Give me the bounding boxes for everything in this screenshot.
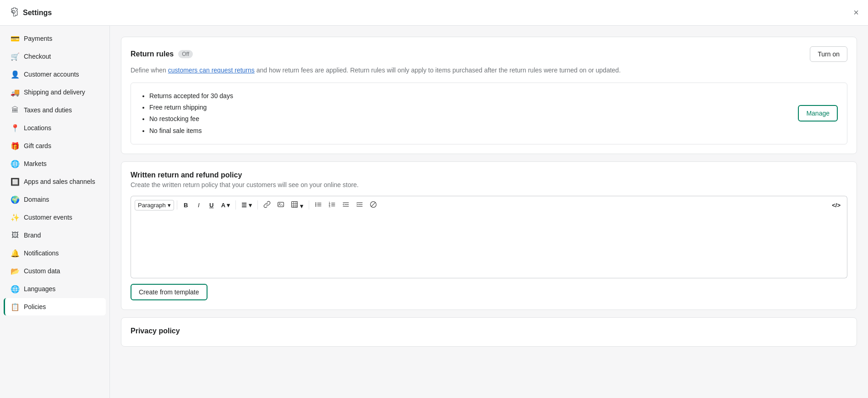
align-chevron-icon: ▾ [249,202,252,209]
settings-gear-icon [9,7,18,18]
media-icon [277,201,284,208]
main-content: Return rules Off Turn on Define when cus… [110,26,868,398]
locations-icon: 📍 [11,124,19,132]
sidebar-item-label: Payments [24,35,52,42]
svg-point-7 [315,202,316,203]
sidebar-item-label: Notifications [24,249,59,257]
return-rules-header: Return rules Off Turn on [131,46,847,62]
return-rules-description: Define when customers can request return… [131,66,847,75]
link-icon [263,201,271,208]
table-button[interactable]: ▾ [288,199,306,211]
apps-icon: 🔲 [11,177,19,186]
sidebar-item-label: Custom data [24,267,60,275]
svg-line-26 [371,202,376,207]
indent-decrease-button[interactable] [339,199,352,211]
ordered-list-button[interactable]: 1.2.3. [326,199,338,211]
sidebar-item-label: Gift cards [24,142,51,149]
sidebar-item-label: Policies [24,303,46,310]
sidebar-item-label: Customer accounts [24,71,79,78]
align-button[interactable]: ☰ ▾ [239,200,255,210]
return-rules-title-row: Return rules Off [131,50,193,58]
privacy-policy-title: Privacy policy [131,327,847,335]
manage-button[interactable]: Manage [798,105,838,122]
sidebar-item-checkout[interactable]: 🛒 Checkout [4,48,106,65]
toolbar-divider-3 [257,200,258,210]
indent-increase-button[interactable] [353,199,366,211]
customer-events-icon: ✨ [11,213,19,221]
toolbar-divider-1 [177,200,177,210]
policy-editor[interactable] [131,214,847,278]
turn-on-button[interactable]: Turn on [810,46,847,62]
domains-icon: 🌍 [11,195,19,204]
sidebar-item-payments[interactable]: 💳 Payments [4,30,106,47]
customer-accounts-icon: 👤 [11,70,19,78]
ordered-list-icon: 1.2.3. [328,201,336,208]
sidebar-item-apps[interactable]: 🔲 Apps and sales channels [4,173,106,190]
sidebar-item-locations[interactable]: 📍 Locations [4,119,106,137]
notifications-icon: 🔔 [11,249,19,257]
sidebar-item-label: Markets [24,160,47,167]
rule-item: Returns accepted for 30 days [149,90,233,102]
table-chevron-icon: ▾ [300,203,303,210]
sidebar-item-label: Checkout [24,53,51,60]
policies-icon: 📋 [11,303,19,311]
sidebar-item-notifications[interactable]: 🔔 Notifications [4,244,106,262]
sidebar-item-domains[interactable]: 🌍 Domains [4,191,106,208]
sidebar-item-label: Taxes and duties [24,106,72,114]
rule-item: No restocking fee [149,113,233,125]
sidebar-item-shipping[interactable]: 🚚 Shipping and delivery [4,83,106,101]
taxes-icon: 🏛 [11,106,19,114]
italic-button[interactable]: I [193,200,205,210]
media-button[interactable] [274,199,287,211]
svg-point-8 [315,204,316,205]
written-policy-card: Written return and refund policy Create … [121,161,857,310]
markets-icon: 🌐 [11,160,19,168]
bold-button[interactable]: B [180,200,192,210]
sidebar-item-taxes[interactable]: 🏛 Taxes and duties [4,101,106,119]
sidebar-item-label: Domains [24,196,49,203]
sidebar-item-label: Brand [24,232,41,239]
link-button[interactable] [261,199,273,211]
toolbar-divider-4 [309,200,309,210]
sidebar-item-customer-events[interactable]: ✨ Customer events [4,209,106,226]
shipping-icon: 🚚 [11,88,19,96]
sidebar-item-gift-cards[interactable]: 🎁 Gift cards [4,137,106,155]
bullet-list-button[interactable] [312,199,325,211]
underline-button[interactable]: U [206,200,218,210]
source-code-button[interactable]: </> [829,200,843,210]
create-from-template-button[interactable]: Create from template [131,284,207,300]
font-color-button[interactable]: A ▾ [218,200,233,210]
written-policy-desc: Create the written return policy that yo… [131,181,847,188]
close-button[interactable]: × [853,7,859,18]
sidebar-item-label: Customer events [24,214,72,221]
sidebar-item-brand[interactable]: 🖼 Brand [4,227,106,244]
sidebar-item-markets[interactable]: 🌐 Markets [4,155,106,172]
sidebar-item-custom-data[interactable]: 📂 Custom data [4,262,106,280]
indent-increase-icon [356,201,363,208]
rules-list: Returns accepted for 30 daysFree return … [140,90,233,137]
sidebar-item-policies[interactable]: 📋 Policies [4,298,106,315]
table-icon [291,201,298,208]
clear-format-icon [370,201,377,208]
sidebar: 💳 Payments 🛒 Checkout 👤 Customer account… [0,26,110,398]
svg-point-1 [279,203,280,204]
rules-box: Returns accepted for 30 daysFree return … [131,83,847,144]
rule-item: Free return shipping [149,102,233,113]
customers-request-returns-link[interactable]: customers can request returns [168,66,255,74]
font-color-chevron-icon: ▾ [227,202,230,209]
sidebar-item-customer-accounts[interactable]: 👤 Customer accounts [4,66,106,83]
app-title: Settings [23,9,52,17]
sidebar-item-languages[interactable]: 🌐 Languages [4,280,106,298]
rule-item: No final sale items [149,125,233,137]
payments-icon: 💳 [11,34,19,43]
custom-data-icon: 📂 [11,267,19,275]
sidebar-item-label: Apps and sales channels [24,178,95,185]
sidebar-item-label: Languages [24,285,55,293]
indent-decrease-icon [342,201,349,208]
body-layout: 💳 Payments 🛒 Checkout 👤 Customer account… [0,26,868,398]
clear-format-button[interactable] [367,199,380,211]
paragraph-select[interactable]: Paragraph ▾ [135,200,174,210]
return-rules-card: Return rules Off Turn on Define when cus… [121,37,857,154]
top-bar: Settings × [0,0,868,26]
svg-text:3.: 3. [328,205,330,207]
